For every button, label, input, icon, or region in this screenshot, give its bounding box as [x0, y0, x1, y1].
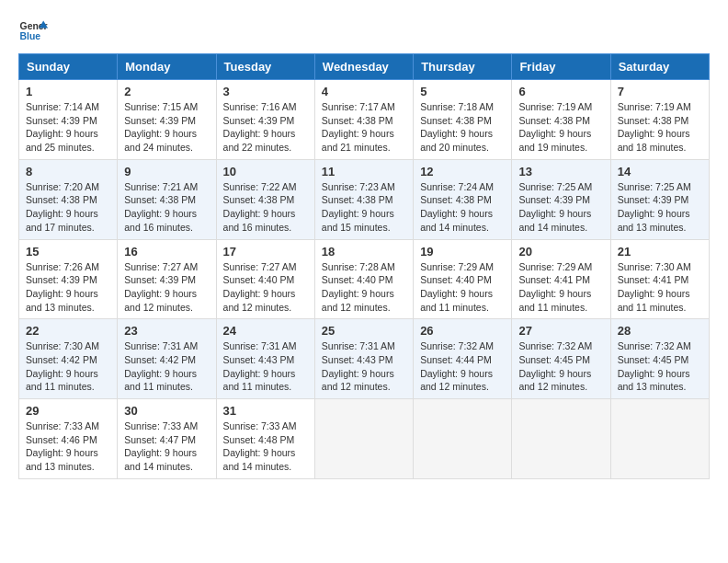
day-number: 5: [420, 85, 505, 98]
cell-content: Sunrise: 7:19 AMSunset: 4:38 PMDaylight:…: [518, 101, 592, 153]
day-number: 8: [26, 165, 110, 178]
day-number: 3: [223, 85, 308, 98]
cell-content: Sunrise: 7:14 AMSunset: 4:39 PMDaylight:…: [26, 101, 99, 153]
calendar-cell: 3 Sunrise: 7:16 AMSunset: 4:39 PMDayligh…: [216, 80, 314, 160]
day-number: 31: [223, 404, 308, 418]
cell-content: Sunrise: 7:27 AMSunset: 4:40 PMDaylight:…: [223, 261, 297, 313]
svg-text:Blue: Blue: [20, 31, 41, 41]
cell-content: Sunrise: 7:15 AMSunset: 4:39 PMDaylight:…: [124, 101, 198, 153]
calendar-header-row: SundayMondayTuesdayWednesdayThursdayFrid…: [19, 54, 710, 80]
calendar-cell-empty: [314, 399, 413, 479]
day-of-week-header: Tuesday: [216, 54, 314, 80]
page-header: General Blue: [18, 15, 710, 44]
calendar-cell: 7 Sunrise: 7:19 AMSunset: 4:38 PMDayligh…: [610, 80, 709, 160]
day-number: 25: [322, 324, 406, 338]
day-number: 26: [420, 324, 505, 338]
calendar-cell: 10 Sunrise: 7:22 AMSunset: 4:38 PMDaylig…: [216, 159, 314, 239]
calendar-cell: 4 Sunrise: 7:17 AMSunset: 4:38 PMDayligh…: [314, 80, 413, 160]
day-number: 17: [223, 245, 308, 259]
cell-content: Sunrise: 7:25 AMSunset: 4:39 PMDaylight:…: [618, 181, 691, 233]
calendar-cell: 6 Sunrise: 7:19 AMSunset: 4:38 PMDayligh…: [512, 80, 610, 160]
cell-content: Sunrise: 7:20 AMSunset: 4:38 PMDaylight:…: [26, 181, 99, 233]
cell-content: Sunrise: 7:29 AMSunset: 4:40 PMDaylight:…: [420, 261, 494, 313]
calendar-cell: 23 Sunrise: 7:31 AMSunset: 4:42 PMDaylig…: [118, 319, 216, 399]
logo-icon: General Blue: [18, 15, 48, 44]
day-number: 14: [618, 165, 702, 178]
day-number: 7: [618, 85, 702, 98]
cell-content: Sunrise: 7:26 AMSunset: 4:39 PMDaylight:…: [26, 261, 99, 313]
cell-content: Sunrise: 7:16 AMSunset: 4:39 PMDaylight:…: [223, 101, 297, 153]
cell-content: Sunrise: 7:22 AMSunset: 4:38 PMDaylight:…: [223, 181, 297, 233]
day-number: 23: [124, 324, 209, 338]
calendar-cell: 5 Sunrise: 7:18 AMSunset: 4:38 PMDayligh…: [414, 80, 512, 160]
calendar-cell-empty: [610, 399, 709, 479]
cell-content: Sunrise: 7:33 AMSunset: 4:46 PMDaylight:…: [26, 420, 99, 472]
calendar-table: SundayMondayTuesdayWednesdayThursdayFrid…: [18, 53, 710, 479]
day-of-week-header: Saturday: [610, 54, 709, 80]
calendar-cell: 2 Sunrise: 7:15 AMSunset: 4:39 PMDayligh…: [118, 80, 216, 160]
day-number: 29: [26, 404, 110, 418]
calendar-cell-empty: [512, 399, 610, 479]
day-number: 1: [26, 85, 110, 98]
calendar-cell: 12 Sunrise: 7:24 AMSunset: 4:38 PMDaylig…: [414, 159, 512, 239]
cell-content: Sunrise: 7:28 AMSunset: 4:40 PMDaylight:…: [322, 261, 395, 313]
cell-content: Sunrise: 7:31 AMSunset: 4:43 PMDaylight:…: [223, 340, 297, 392]
calendar-cell: 14 Sunrise: 7:25 AMSunset: 4:39 PMDaylig…: [610, 159, 709, 239]
day-of-week-header: Monday: [118, 54, 216, 80]
day-number: 11: [322, 165, 406, 178]
day-number: 28: [618, 324, 702, 338]
cell-content: Sunrise: 7:17 AMSunset: 4:38 PMDaylight:…: [322, 101, 395, 153]
day-number: 22: [26, 324, 110, 338]
day-number: 19: [420, 245, 505, 259]
calendar-cell: 28 Sunrise: 7:32 AMSunset: 4:45 PMDaylig…: [610, 319, 709, 399]
calendar-cell: 30 Sunrise: 7:33 AMSunset: 4:47 PMDaylig…: [118, 399, 216, 479]
calendar-cell: 31 Sunrise: 7:33 AMSunset: 4:48 PMDaylig…: [216, 399, 314, 479]
day-number: 4: [322, 85, 406, 98]
cell-content: Sunrise: 7:31 AMSunset: 4:42 PMDaylight:…: [124, 340, 198, 392]
day-number: 20: [518, 245, 603, 259]
cell-content: Sunrise: 7:27 AMSunset: 4:39 PMDaylight:…: [124, 261, 198, 313]
cell-content: Sunrise: 7:29 AMSunset: 4:41 PMDaylight:…: [518, 261, 592, 313]
calendar-cell: 1 Sunrise: 7:14 AMSunset: 4:39 PMDayligh…: [19, 80, 118, 160]
cell-content: Sunrise: 7:30 AMSunset: 4:42 PMDaylight:…: [26, 340, 99, 392]
day-of-week-header: Sunday: [19, 54, 118, 80]
calendar-cell: 13 Sunrise: 7:25 AMSunset: 4:39 PMDaylig…: [512, 159, 610, 239]
cell-content: Sunrise: 7:33 AMSunset: 4:47 PMDaylight:…: [124, 420, 198, 472]
cell-content: Sunrise: 7:31 AMSunset: 4:43 PMDaylight:…: [322, 340, 395, 392]
cell-content: Sunrise: 7:24 AMSunset: 4:38 PMDaylight:…: [420, 181, 494, 233]
day-number: 13: [518, 165, 603, 178]
calendar-week-row: 8 Sunrise: 7:20 AMSunset: 4:38 PMDayligh…: [19, 159, 710, 239]
day-number: 24: [223, 324, 308, 338]
calendar-cell-empty: [414, 399, 512, 479]
day-of-week-header: Friday: [512, 54, 610, 80]
calendar-cell: 27 Sunrise: 7:32 AMSunset: 4:45 PMDaylig…: [512, 319, 610, 399]
calendar-cell: 8 Sunrise: 7:20 AMSunset: 4:38 PMDayligh…: [19, 159, 118, 239]
day-number: 9: [124, 165, 209, 178]
day-number: 21: [618, 245, 702, 259]
day-of-week-header: Thursday: [414, 54, 512, 80]
day-number: 16: [124, 245, 209, 259]
day-number: 6: [518, 85, 603, 98]
calendar-cell: 20 Sunrise: 7:29 AMSunset: 4:41 PMDaylig…: [512, 239, 610, 319]
cell-content: Sunrise: 7:32 AMSunset: 4:44 PMDaylight:…: [420, 340, 494, 392]
calendar-cell: 25 Sunrise: 7:31 AMSunset: 4:43 PMDaylig…: [314, 319, 413, 399]
cell-content: Sunrise: 7:19 AMSunset: 4:38 PMDaylight:…: [618, 101, 691, 153]
calendar-cell: 15 Sunrise: 7:26 AMSunset: 4:39 PMDaylig…: [19, 239, 118, 319]
cell-content: Sunrise: 7:33 AMSunset: 4:48 PMDaylight:…: [223, 420, 297, 472]
calendar-week-row: 29 Sunrise: 7:33 AMSunset: 4:46 PMDaylig…: [19, 399, 710, 479]
day-of-week-header: Wednesday: [314, 54, 413, 80]
calendar-cell: 29 Sunrise: 7:33 AMSunset: 4:46 PMDaylig…: [19, 399, 118, 479]
calendar-cell: 9 Sunrise: 7:21 AMSunset: 4:38 PMDayligh…: [118, 159, 216, 239]
logo: General Blue: [18, 15, 48, 44]
calendar-cell: 16 Sunrise: 7:27 AMSunset: 4:39 PMDaylig…: [118, 239, 216, 319]
calendar-week-row: 22 Sunrise: 7:30 AMSunset: 4:42 PMDaylig…: [19, 319, 710, 399]
cell-content: Sunrise: 7:32 AMSunset: 4:45 PMDaylight:…: [618, 340, 691, 392]
cell-content: Sunrise: 7:32 AMSunset: 4:45 PMDaylight:…: [518, 340, 592, 392]
cell-content: Sunrise: 7:25 AMSunset: 4:39 PMDaylight:…: [518, 181, 592, 233]
calendar-cell: 11 Sunrise: 7:23 AMSunset: 4:38 PMDaylig…: [314, 159, 413, 239]
cell-content: Sunrise: 7:30 AMSunset: 4:41 PMDaylight:…: [618, 261, 691, 313]
calendar-cell: 18 Sunrise: 7:28 AMSunset: 4:40 PMDaylig…: [314, 239, 413, 319]
cell-content: Sunrise: 7:21 AMSunset: 4:38 PMDaylight:…: [124, 181, 198, 233]
calendar-cell: 24 Sunrise: 7:31 AMSunset: 4:43 PMDaylig…: [216, 319, 314, 399]
day-number: 12: [420, 165, 505, 178]
